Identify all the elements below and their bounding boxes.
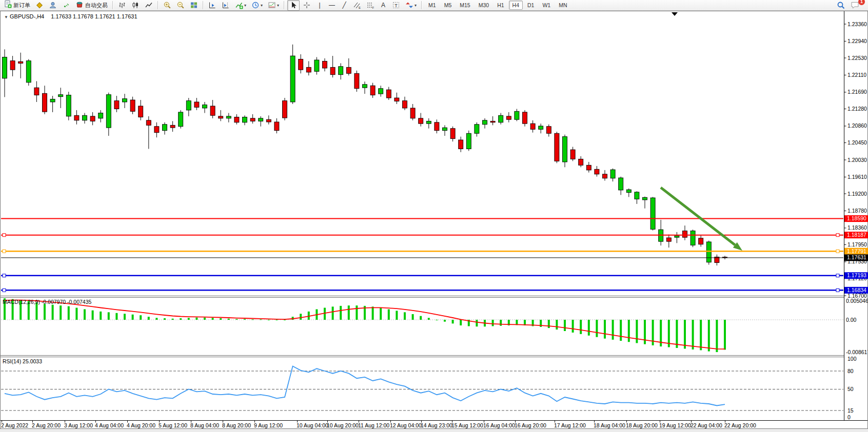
chart-window[interactable]: 1.233601.229401.225301.221101.216901.212… [0,11,868,429]
arrow-objects-button[interactable]: ▾ [403,0,419,11]
candle [539,126,543,129]
timeframe-M15[interactable]: M15 [456,1,474,10]
candle [530,124,535,129]
toolbar: 新订单 自动交易 ▾ ▾ ▾ | — ╱ E F A T ▾ M1M5M15M3… [0,0,868,11]
time-tick: 18 Aug 04:00 [594,422,625,428]
templates-button[interactable]: ▾ [266,0,281,11]
candle [346,67,351,73]
hline-handle[interactable] [836,234,839,237]
chevron-down-icon: ▾ [244,3,246,8]
chart-shift-button[interactable] [220,0,232,11]
periods-button[interactable]: ▾ [249,0,265,11]
timeframe-H1[interactable]: H1 [494,1,507,10]
timeframe-M5[interactable]: M5 [441,1,456,10]
candle [50,99,55,102]
signal-button[interactable] [60,0,72,11]
horizontal-line-tool-button[interactable]: — [326,0,338,11]
time-tick: 3 Aug 12:00 [64,422,93,428]
text-tool-button[interactable]: A [378,0,389,11]
candle [515,111,519,119]
community-button[interactable] [47,0,59,11]
tile-windows-button[interactable] [188,0,200,11]
price-tick: 1.22940 [847,38,867,44]
timeframe-MN[interactable]: MN [555,1,570,10]
hline-handle[interactable] [836,250,839,253]
auto-trading-label: 自动交易 [85,2,108,9]
hline-handle[interactable] [3,274,6,277]
candle [410,108,415,118]
candle [403,101,407,108]
candle [643,197,647,200]
candle [683,231,687,237]
macd-axis-tick: -0.008617 [846,349,868,355]
indicators-button[interactable]: ▾ [233,0,248,11]
trendline-tool-button[interactable]: ╱ [339,0,350,11]
vertical-line-tool-button[interactable]: | [314,0,325,11]
candle [603,174,607,178]
metaquotes-button[interactable] [33,0,46,11]
channel-tool-button[interactable]: E [351,0,363,11]
candle [299,59,303,70]
candle [506,116,511,119]
candle [323,61,327,68]
rsi-axis-tick: 0 [847,414,851,420]
candle [619,178,623,190]
chart-canvas[interactable]: 1.233601.229401.225301.221101.216901.212… [0,11,868,429]
timeframe-M30[interactable]: M30 [475,1,492,10]
price-tick: 1.18780 [847,208,867,214]
candle [595,169,599,174]
crosshair-tool-button[interactable] [301,0,313,11]
candle [635,192,639,199]
time-tick: 11 Aug 12:00 [358,422,389,428]
rsi-axis-tick: 100 [847,356,857,362]
time-tick: 2 Aug 2022 [1,422,28,428]
rsi-axis-tick: 50 [847,386,854,392]
candle [26,61,31,83]
timeframe-M1[interactable]: M1 [425,1,440,10]
timeframe-D1[interactable]: D1 [524,1,538,10]
hline-handle[interactable] [836,289,839,292]
new-order-button[interactable]: 新订单 [2,0,32,11]
line-chart-button[interactable] [143,0,155,11]
candle [179,112,183,127]
time-tick: 16 Aug 20:00 [515,422,546,428]
chevron-down-icon: ▾ [415,3,417,8]
candle [123,99,127,102]
timeframe-H4[interactable]: H4 [509,1,523,10]
svg-text:F: F [372,6,374,9]
candle [370,86,375,95]
time-tick: 2 Aug 20:00 [32,422,61,428]
hline-handle[interactable] [836,274,839,277]
candle [475,125,479,134]
fibonacci-tool-button[interactable]: F [364,0,377,11]
candle [419,118,423,124]
notifications-button[interactable]: 1 [849,0,862,11]
hline-handle[interactable] [3,234,6,237]
candle [58,95,63,97]
hline-handle[interactable] [3,250,6,253]
candle [259,118,263,121]
candle [170,125,175,128]
timeframe-W1[interactable]: W1 [539,1,554,10]
candle [219,116,223,118]
search-button[interactable] [835,0,847,11]
time-tick: 9 Aug 12:00 [254,422,283,428]
bar-chart-button[interactable] [116,0,128,11]
zoom-out-button[interactable] [174,0,187,11]
zoom-in-button[interactable] [161,0,173,11]
svg-text:E: E [359,6,361,9]
candle [706,242,711,262]
auto-trading-button[interactable]: 自动交易 [73,0,110,11]
hline-handle[interactable] [3,289,6,292]
candle [699,238,703,244]
text-label-tool-button[interactable]: T [390,0,402,11]
toolbar-separator [112,1,113,9]
cursor-tool-button[interactable] [287,0,300,11]
auto-scroll-button[interactable] [206,0,219,11]
time-tick: 12 Aug 04:00 [390,422,422,428]
candlestick-chart-button[interactable] [129,0,142,11]
price-tick: 1.17950 [847,241,867,248]
time-tick: 19 Aug 12:00 [659,422,691,428]
price-tick: 1.22530 [847,55,867,61]
candle [146,120,151,126]
